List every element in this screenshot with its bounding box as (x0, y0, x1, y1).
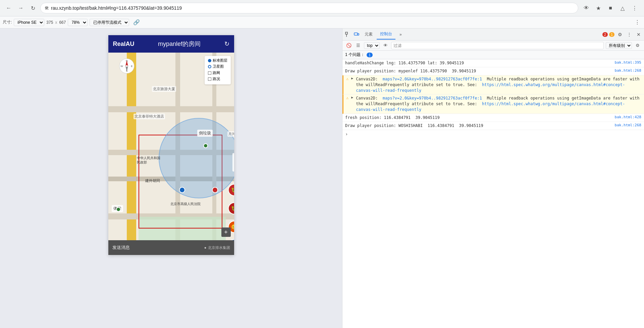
console-text-2: Draw player position: mypenlef 116.43757… (345, 68, 612, 74)
label-meteor: 打陨石 (232, 153, 234, 172)
console-entry-1: handleHashChange lng: 116.4375790 lat: 3… (342, 59, 644, 67)
console-output: handleHashChange lng: 116.4375790 lat: 3… (342, 59, 644, 328)
check-road-label: 路网 (213, 70, 220, 75)
url-text: rau.xzynb.top/test/bak.html#lng=116.4375… (51, 5, 574, 11)
map-label-mca: 中华人民共和国民政部 (137, 156, 160, 165)
canvas-url-1[interactable]: maps?v=2.0&key=970b4..982912763acf0f7fe:… (383, 77, 482, 81)
settings-icon[interactable]: ⚙ (616, 30, 624, 39)
more-icon[interactable]: ⋮ (625, 30, 633, 39)
radio-satellite-dot (208, 65, 211, 68)
location-dot: ● (204, 246, 207, 250)
device-select[interactable]: iPhone SE (14, 19, 44, 26)
devtools-panel: 元素 控制台 » 2 1 ⚙ ⋮ ✕ 🚫 ☰ top 👁 所有级别 (342, 28, 644, 328)
map-container[interactable]: N S W E 北京旅游大厦 北京泰菲特大酒店 月河小区 中华人民共和国民政部 … (108, 53, 234, 240)
forward-button[interactable]: → (16, 3, 25, 13)
map-label-court: 北京市高级人民法院 (170, 202, 201, 206)
console-entry-2: Draw player position: mypenlef 116.43757… (342, 67, 644, 75)
radio-standard-label: 标准图层 (213, 58, 227, 63)
warn-icon-2: ⚠ (346, 95, 348, 100)
console-link-6[interactable]: bak.html:268 (615, 123, 641, 127)
close-devtools[interactable]: ✕ (635, 30, 643, 39)
settings-console-icon[interactable]: ⚙ (634, 42, 641, 49)
player-dot-tij (116, 207, 121, 212)
refresh-button[interactable]: ↻ (224, 40, 229, 48)
road-vertical-yellow (127, 53, 136, 240)
radio-standard[interactable]: 标准图层 (208, 58, 227, 63)
eye-icon[interactable]: 👁 (382, 42, 389, 49)
width-value: 375 (46, 20, 53, 25)
player-dot-trash (203, 143, 208, 148)
console-text-6: Draw player position: WOSHISHABI 116.438… (345, 123, 612, 129)
console-chevron[interactable]: › (345, 131, 348, 137)
map-label-yuhe: 月河小区 (227, 131, 234, 137)
eye-icon-button[interactable]: 👁 (581, 3, 592, 13)
compass: N S W E (118, 58, 135, 74)
check-traffic-label: 路况 (213, 76, 220, 81)
zoom-select[interactable]: 78% (68, 19, 88, 26)
tab-elements[interactable]: 元素 (361, 29, 376, 39)
console-entry-6: Draw player position: WOSHISHABI 116.438… (342, 122, 644, 130)
console-text-4: Canvas2D: maps?v=2.0&key=970b4..98291276… (356, 95, 641, 112)
responsive-icon[interactable] (353, 30, 361, 39)
expand-arrow-1[interactable]: ▶ (351, 76, 353, 80)
range-circle (159, 118, 234, 198)
radio-satellite[interactable]: 卫星图 (208, 64, 227, 69)
tab-console[interactable]: 控制台 (377, 29, 395, 40)
filter-input[interactable] (391, 42, 604, 49)
svg-rect-7 (345, 32, 347, 34)
show-sidebar-button[interactable]: ☰ (355, 42, 362, 49)
radio-satellite-label: 卫星图 (213, 64, 224, 69)
check-road[interactable]: 路网 (208, 70, 227, 75)
location-name: 北京排水集团 (208, 245, 230, 250)
devtools-tabs: 元素 控制台 » 2 1 ⚙ ⋮ ✕ (342, 28, 644, 41)
bookmark-button[interactable]: ★ (593, 3, 604, 13)
console-text-5: fresh position: 116.4384791 39.9045119 (345, 115, 612, 121)
label-trash: 倒垃圾 (197, 130, 213, 137)
check-traffic[interactable]: 路况 (208, 76, 227, 81)
console-text-1: handleHashChange lng: 116.4375790 lat: 3… (345, 60, 612, 66)
expand-arrow-2[interactable]: ▶ (351, 95, 353, 99)
devtools-bar-menu[interactable]: ⋮ (633, 18, 641, 26)
room-name-label: mypanlef的房间 (138, 40, 221, 48)
security-icon: 🛠 (45, 6, 49, 11)
map-controls: 标准图层 卫星图 路网 路况 (205, 56, 231, 84)
warn-badge: 1 (609, 32, 614, 37)
plus-button[interactable]: + (221, 227, 231, 237)
radio-standard-dot (208, 59, 211, 62)
console-link-1[interactable]: bak.html:395 (615, 60, 641, 65)
menu-button[interactable]: ⋮ (629, 3, 640, 13)
console-footer: › (342, 130, 644, 138)
map-label-jianjian: 建外胡同 (145, 178, 160, 183)
issues-count-badge: 1 (367, 53, 373, 57)
throttle-select[interactable]: 已停用节流模式 (90, 19, 129, 26)
issues-bar: 1 个问题： 1 (342, 51, 644, 59)
console-entry-5: fresh position: 116.4384791 39.9045119 b… (342, 114, 644, 122)
canvas-spec-link-1[interactable]: https://html.spec.whatwg.org/multipage/c… (356, 82, 625, 93)
browser-chrome: ← → ↻ 🛠 rau.xzynb.top/test/bak.html#lng=… (0, 0, 644, 16)
console-link-2[interactable]: bak.html:268 (615, 68, 641, 73)
error-badge: 2 (602, 32, 608, 37)
send-message-button[interactable]: 发送消息 (112, 245, 130, 251)
check-road-box (208, 71, 211, 75)
console-text-3: Canvas2D: maps?v=2.0&key=970b4..98291276… (356, 76, 641, 93)
level-select[interactable]: 所有级别 (606, 42, 632, 49)
clear-console-button[interactable]: 🚫 (345, 42, 353, 49)
tab-sources[interactable]: » (396, 30, 405, 39)
address-bar[interactable]: 🛠 rau.xzynb.top/test/bak.html#lng=116.43… (40, 3, 578, 13)
canvas-url-2[interactable]: maps?v=2.0&key=970b4..982912763acf0f7fe:… (383, 96, 482, 101)
extensions-button[interactable]: ■ (605, 3, 616, 13)
issues-label: 1 个问题： (345, 52, 365, 58)
profile-button[interactable]: △ (617, 3, 628, 13)
back-button[interactable]: ← (4, 3, 13, 13)
location-info: ● 北京排水集团 (204, 245, 230, 250)
map-label-hotel: 北京泰菲特大酒店 (133, 114, 165, 119)
link-icon-button[interactable]: 🔗 (131, 17, 142, 28)
context-select[interactable]: top (364, 42, 380, 49)
inspector-icon[interactable] (344, 30, 352, 39)
svg-text:E: E (131, 65, 132, 68)
console-link-5[interactable]: bak.html:428 (615, 115, 641, 119)
toolbar-icons: 👁 ★ ■ △ ⋮ (581, 3, 640, 13)
reload-button[interactable]: ↻ (28, 3, 38, 13)
canvas-spec-link-2[interactable]: https://html.spec.whatwg.org/multipage/c… (356, 102, 625, 112)
svg-rect-10 (358, 34, 359, 35)
